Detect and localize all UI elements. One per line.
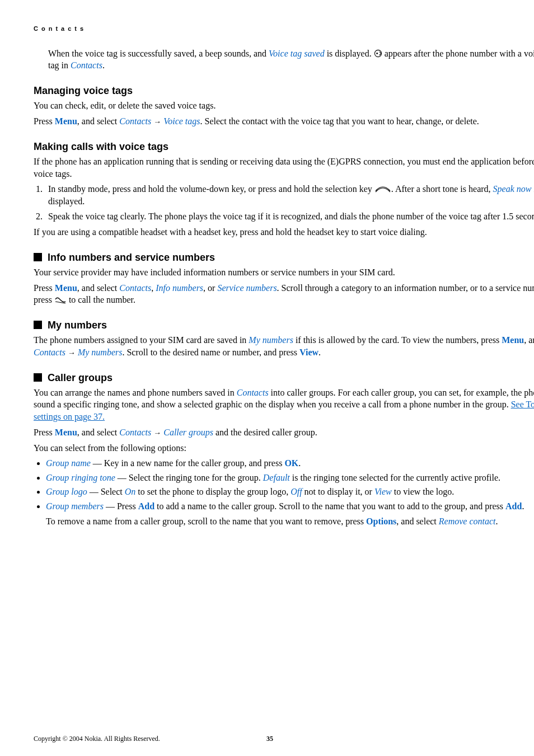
list-item: Group logo — Select On to set the phone … <box>46 486 534 498</box>
nav-arrow-icon: → <box>153 429 161 437</box>
heading-making-calls: Making calls with voice tags <box>34 140 534 153</box>
paragraph: You can select from the following option… <box>34 442 534 454</box>
text: — Select the ringing tone for the group. <box>115 473 263 482</box>
text: , and select <box>396 516 439 526</box>
ui-path-contacts: Contacts <box>119 116 151 126</box>
call-key-icon <box>54 295 67 303</box>
ui-string-contacts: Contacts <box>71 60 102 70</box>
list-item: Speak the voice tag clearly. The phone p… <box>48 210 534 223</box>
list-item: Group members — Press Add to add a name … <box>46 500 534 528</box>
ui-string-group-ringing-tone: Group ringing tone <box>46 473 115 482</box>
heading-text: Caller groups <box>48 371 113 384</box>
text: . After a short tone is heard, <box>391 184 493 194</box>
list-item: In standby mode, press and hold the volu… <box>48 183 534 207</box>
text: . <box>522 501 524 511</box>
text: To remove a name from a caller group, sc… <box>46 516 366 526</box>
softkey-menu: Menu <box>55 116 77 126</box>
text: is the ringing tone selected for the cur… <box>290 473 500 482</box>
list-item: Group name — Key in a new name for the c… <box>46 457 534 469</box>
text: Press <box>34 428 55 437</box>
text: not to display it, or <box>302 487 374 496</box>
ui-string-group-name: Group name <box>46 458 91 468</box>
ui-string-group-members: Group members <box>46 501 104 511</box>
heading-my-numbers: My numbers <box>34 318 534 332</box>
paragraph: Press Menu, and select Contacts, Info nu… <box>34 282 534 306</box>
text: . <box>298 458 301 468</box>
numbered-list: In standby mode, press and hold the volu… <box>34 183 534 223</box>
ui-path-caller-groups: Caller groups <box>163 428 213 437</box>
paragraph: Your service provider may have included … <box>34 266 534 279</box>
section-square-icon <box>34 321 42 329</box>
intro-paragraph: When the voice tag is successfully saved… <box>48 48 534 72</box>
text: if this is allowed by the card. To view … <box>293 335 502 345</box>
running-header: Contacts <box>34 25 534 33</box>
text: The phone numbers assigned to your SIM c… <box>34 335 249 345</box>
ui-string-view: View <box>374 487 392 496</box>
ui-path-voice-tags: Voice tags <box>163 116 200 126</box>
section-square-icon <box>34 373 42 382</box>
text: — Press <box>104 501 138 511</box>
heading-text: Info numbers and service numbers <box>48 251 215 264</box>
text: . Select the contact with the voice tag … <box>200 116 479 126</box>
text: . <box>318 348 321 357</box>
list-item-subparagraph: To remove a name from a caller group, sc… <box>46 515 534 528</box>
bullet-list: Group name — Key in a new name for the c… <box>34 457 534 528</box>
softkey-ok: OK <box>284 458 298 468</box>
text: In standby mode, press and hold the volu… <box>48 184 374 194</box>
selection-key-icon <box>374 184 391 192</box>
text: . Scroll to the desired name or number, … <box>122 348 299 357</box>
heading-managing-voice-tags: Managing voice tags <box>34 84 534 97</box>
text: — Select <box>87 487 125 496</box>
text: , and select <box>77 116 120 126</box>
ui-string-my-numbers: My numbers <box>249 335 293 345</box>
text: When the voice tag is successfully saved… <box>48 49 269 58</box>
softkey-menu: Menu <box>55 283 77 293</box>
text: is displayed. <box>325 49 374 58</box>
svg-point-1 <box>376 53 378 54</box>
ui-path-contacts: Contacts <box>119 283 151 293</box>
softkey-menu: Menu <box>502 335 524 345</box>
text: to add a name to the caller group. Scrol… <box>154 501 505 511</box>
ui-string-voice-tag-saved: Voice tag saved <box>269 49 325 58</box>
ui-path-service-numbers: Service numbers <box>217 283 277 293</box>
paragraph: If the phone has an application running … <box>34 156 534 180</box>
voice-tag-icon <box>374 49 382 57</box>
text: , and select <box>77 283 120 293</box>
text: to call the number. <box>69 295 135 304</box>
section-square-icon <box>34 253 42 261</box>
paragraph: If you are using a compatible headset wi… <box>34 226 534 238</box>
ui-path-contacts: Contacts <box>119 428 151 437</box>
text: You can arrange the names and phone numb… <box>34 388 237 397</box>
text: , and select <box>77 428 120 437</box>
paragraph: You can arrange the names and phone numb… <box>34 387 534 423</box>
softkey-add: Add <box>505 501 522 511</box>
ui-string-on: On <box>125 487 136 496</box>
nav-arrow-icon: → <box>153 118 161 126</box>
heading-text: My numbers <box>48 318 107 332</box>
text: Press <box>34 116 55 126</box>
paragraph: You can check, edit, or delete the saved… <box>34 100 534 112</box>
ui-string-default: Default <box>263 473 290 482</box>
softkey-options: Options <box>366 516 396 526</box>
text: to set the phone to display the group lo… <box>135 487 291 496</box>
ui-string-contacts: Contacts <box>237 388 269 397</box>
text: . <box>496 516 498 526</box>
list-item: Group ringing tone — Select the ringing … <box>46 472 534 484</box>
ui-path-info-numbers: Info numbers <box>156 283 203 293</box>
text: , and select <box>524 335 534 345</box>
ui-string-remove-contact: Remove contact <box>439 516 496 526</box>
softkey-add: Add <box>138 501 154 511</box>
heading-caller-groups: Caller groups <box>34 371 534 384</box>
nav-arrow-icon: → <box>68 349 76 357</box>
text: and the desired caller group. <box>213 428 317 437</box>
text: — Key in a new name for the caller group… <box>91 458 285 468</box>
heading-info-service-numbers: Info numbers and service numbers <box>34 251 534 264</box>
paragraph: Press Menu, and select Contacts → Caller… <box>34 426 534 439</box>
softkey-view: View <box>299 348 318 357</box>
paragraph: The phone numbers assigned to your SIM c… <box>34 334 534 358</box>
ui-path-contacts: Contacts <box>34 348 65 357</box>
text: to view the logo. <box>392 487 455 496</box>
ui-string-off: Off <box>291 487 302 496</box>
text: . <box>102 60 105 70</box>
paragraph: Press Menu, and select Contacts → Voice … <box>34 115 534 128</box>
